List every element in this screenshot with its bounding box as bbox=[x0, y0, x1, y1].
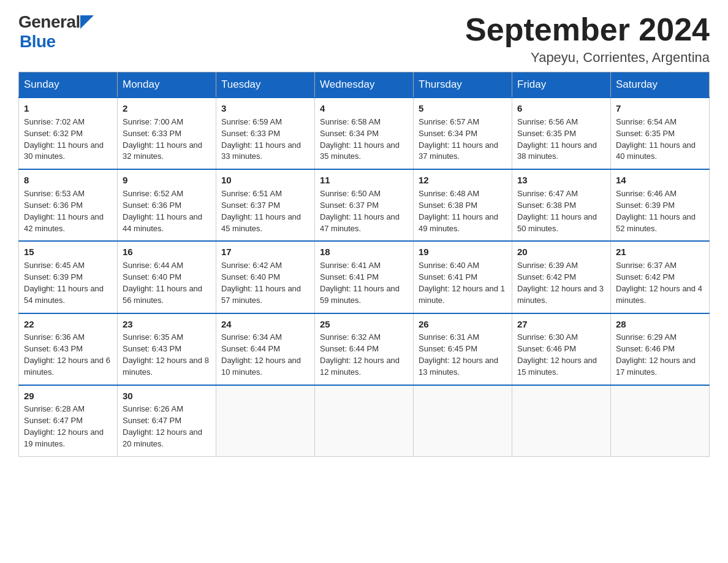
day-number: 7 bbox=[616, 102, 704, 115]
day-info: Sunrise: 6:30 AMSunset: 6:46 PMDaylight:… bbox=[517, 332, 605, 378]
day-number: 23 bbox=[123, 318, 211, 331]
day-number: 10 bbox=[221, 174, 309, 187]
day-number: 19 bbox=[419, 245, 507, 259]
day-number: 18 bbox=[320, 245, 408, 259]
calendar-cell: 2Sunrise: 7:00 AMSunset: 6:33 PMDaylight… bbox=[118, 98, 216, 169]
day-info: Sunrise: 6:31 AMSunset: 6:45 PMDaylight:… bbox=[419, 332, 507, 378]
calendar-cell: 26Sunrise: 6:31 AMSunset: 6:45 PMDayligh… bbox=[414, 313, 512, 385]
calendar-cell bbox=[512, 385, 611, 457]
day-number: 5 bbox=[419, 102, 507, 115]
day-number: 29 bbox=[24, 389, 112, 403]
calendar-cell bbox=[611, 385, 710, 457]
calendar-subtitle: Yapeyu, Corrientes, Argentina bbox=[465, 50, 710, 66]
calendar-title: September 2024 bbox=[465, 12, 710, 47]
day-number: 25 bbox=[320, 318, 408, 331]
day-number: 9 bbox=[123, 174, 211, 187]
day-number: 3 bbox=[221, 102, 309, 115]
header-saturday: Saturday bbox=[611, 72, 710, 98]
calendar-cell: 4Sunrise: 6:58 AMSunset: 6:34 PMDaylight… bbox=[315, 98, 414, 169]
header-row: SundayMondayTuesdayWednesdayThursdayFrid… bbox=[19, 72, 710, 98]
calendar-cell: 27Sunrise: 6:30 AMSunset: 6:46 PMDayligh… bbox=[512, 313, 611, 385]
day-number: 1 bbox=[24, 102, 112, 115]
calendar-cell: 21Sunrise: 6:37 AMSunset: 6:42 PMDayligh… bbox=[611, 241, 710, 313]
day-info: Sunrise: 6:53 AMSunset: 6:36 PMDaylight:… bbox=[24, 188, 112, 234]
header-sunday: Sunday bbox=[19, 72, 118, 98]
day-info: Sunrise: 6:48 AMSunset: 6:38 PMDaylight:… bbox=[419, 188, 507, 234]
week-row-5: 29Sunrise: 6:28 AMSunset: 6:47 PMDayligh… bbox=[19, 385, 710, 457]
day-number: 16 bbox=[123, 245, 211, 259]
svg-marker-0 bbox=[80, 15, 94, 29]
header-thursday: Thursday bbox=[414, 72, 512, 98]
calendar-cell: 20Sunrise: 6:39 AMSunset: 6:42 PMDayligh… bbox=[512, 241, 611, 313]
header-monday: Monday bbox=[118, 72, 216, 98]
calendar-cell: 24Sunrise: 6:34 AMSunset: 6:44 PMDayligh… bbox=[216, 313, 315, 385]
day-number: 2 bbox=[123, 102, 211, 115]
day-number: 13 bbox=[517, 174, 605, 187]
day-number: 6 bbox=[517, 102, 605, 115]
calendar-table: SundayMondayTuesdayWednesdayThursdayFrid… bbox=[18, 72, 710, 457]
calendar-cell: 29Sunrise: 6:28 AMSunset: 6:47 PMDayligh… bbox=[19, 385, 118, 457]
week-row-3: 15Sunrise: 6:45 AMSunset: 6:39 PMDayligh… bbox=[19, 241, 710, 313]
day-info: Sunrise: 6:57 AMSunset: 6:34 PMDaylight:… bbox=[419, 117, 507, 163]
calendar-cell bbox=[315, 385, 414, 457]
day-number: 17 bbox=[221, 245, 309, 259]
day-number: 30 bbox=[123, 389, 211, 403]
week-row-4: 22Sunrise: 6:36 AMSunset: 6:43 PMDayligh… bbox=[19, 313, 710, 385]
day-info: Sunrise: 6:32 AMSunset: 6:44 PMDaylight:… bbox=[320, 332, 408, 378]
day-info: Sunrise: 6:58 AMSunset: 6:34 PMDaylight:… bbox=[320, 117, 408, 163]
day-info: Sunrise: 6:56 AMSunset: 6:35 PMDaylight:… bbox=[517, 117, 605, 163]
day-number: 22 bbox=[24, 318, 112, 331]
day-info: Sunrise: 6:45 AMSunset: 6:39 PMDaylight:… bbox=[24, 260, 112, 306]
logo-general-text: General bbox=[18, 12, 80, 32]
day-info: Sunrise: 6:29 AMSunset: 6:46 PMDaylight:… bbox=[616, 332, 704, 378]
calendar-cell: 7Sunrise: 6:54 AMSunset: 6:35 PMDaylight… bbox=[611, 98, 710, 169]
day-number: 12 bbox=[419, 174, 507, 187]
day-info: Sunrise: 6:47 AMSunset: 6:38 PMDaylight:… bbox=[517, 188, 605, 234]
day-info: Sunrise: 6:51 AMSunset: 6:37 PMDaylight:… bbox=[221, 188, 309, 234]
logo: General Blue bbox=[18, 12, 94, 52]
day-number: 24 bbox=[221, 318, 309, 331]
calendar-cell bbox=[216, 385, 315, 457]
day-info: Sunrise: 6:34 AMSunset: 6:44 PMDaylight:… bbox=[221, 332, 309, 378]
calendar-cell: 15Sunrise: 6:45 AMSunset: 6:39 PMDayligh… bbox=[19, 241, 118, 313]
day-number: 28 bbox=[616, 318, 704, 331]
day-info: Sunrise: 6:37 AMSunset: 6:42 PMDaylight:… bbox=[616, 260, 704, 306]
day-number: 20 bbox=[517, 245, 605, 259]
title-block: September 2024 Yapeyu, Corrientes, Argen… bbox=[465, 12, 710, 66]
day-number: 26 bbox=[419, 318, 507, 331]
day-info: Sunrise: 6:59 AMSunset: 6:33 PMDaylight:… bbox=[221, 117, 309, 163]
day-number: 21 bbox=[616, 245, 704, 259]
calendar-cell: 5Sunrise: 6:57 AMSunset: 6:34 PMDaylight… bbox=[414, 98, 512, 169]
day-info: Sunrise: 6:39 AMSunset: 6:42 PMDaylight:… bbox=[517, 260, 605, 306]
calendar-cell: 23Sunrise: 6:35 AMSunset: 6:43 PMDayligh… bbox=[118, 313, 216, 385]
page-header: General Blue September 2024 Yapeyu, Corr… bbox=[18, 12, 710, 66]
header-friday: Friday bbox=[512, 72, 611, 98]
calendar-cell: 10Sunrise: 6:51 AMSunset: 6:37 PMDayligh… bbox=[216, 169, 315, 241]
week-row-2: 8Sunrise: 6:53 AMSunset: 6:36 PMDaylight… bbox=[19, 169, 710, 241]
day-info: Sunrise: 7:02 AMSunset: 6:32 PMDaylight:… bbox=[24, 117, 112, 163]
calendar-cell: 28Sunrise: 6:29 AMSunset: 6:46 PMDayligh… bbox=[611, 313, 710, 385]
logo-arrow-icon bbox=[80, 15, 94, 29]
calendar-cell: 14Sunrise: 6:46 AMSunset: 6:39 PMDayligh… bbox=[611, 169, 710, 241]
calendar-cell: 9Sunrise: 6:52 AMSunset: 6:36 PMDaylight… bbox=[118, 169, 216, 241]
calendar-cell bbox=[414, 385, 512, 457]
day-info: Sunrise: 7:00 AMSunset: 6:33 PMDaylight:… bbox=[123, 117, 211, 163]
day-number: 14 bbox=[616, 174, 704, 187]
day-info: Sunrise: 6:52 AMSunset: 6:36 PMDaylight:… bbox=[123, 188, 211, 234]
calendar-cell: 17Sunrise: 6:42 AMSunset: 6:40 PMDayligh… bbox=[216, 241, 315, 313]
calendar-cell: 19Sunrise: 6:40 AMSunset: 6:41 PMDayligh… bbox=[414, 241, 512, 313]
logo-blue-text: Blue bbox=[20, 32, 56, 52]
day-info: Sunrise: 6:40 AMSunset: 6:41 PMDaylight:… bbox=[419, 260, 507, 306]
day-info: Sunrise: 6:50 AMSunset: 6:37 PMDaylight:… bbox=[320, 188, 408, 234]
calendar-cell: 25Sunrise: 6:32 AMSunset: 6:44 PMDayligh… bbox=[315, 313, 414, 385]
calendar-cell: 30Sunrise: 6:26 AMSunset: 6:47 PMDayligh… bbox=[118, 385, 216, 457]
day-info: Sunrise: 6:35 AMSunset: 6:43 PMDaylight:… bbox=[123, 332, 211, 378]
day-number: 27 bbox=[517, 318, 605, 331]
calendar-cell: 12Sunrise: 6:48 AMSunset: 6:38 PMDayligh… bbox=[414, 169, 512, 241]
day-info: Sunrise: 6:41 AMSunset: 6:41 PMDaylight:… bbox=[320, 260, 408, 306]
day-number: 4 bbox=[320, 102, 408, 115]
day-number: 11 bbox=[320, 174, 408, 187]
calendar-cell: 3Sunrise: 6:59 AMSunset: 6:33 PMDaylight… bbox=[216, 98, 315, 169]
day-info: Sunrise: 6:42 AMSunset: 6:40 PMDaylight:… bbox=[221, 260, 309, 306]
calendar-cell: 1Sunrise: 7:02 AMSunset: 6:32 PMDaylight… bbox=[19, 98, 118, 169]
